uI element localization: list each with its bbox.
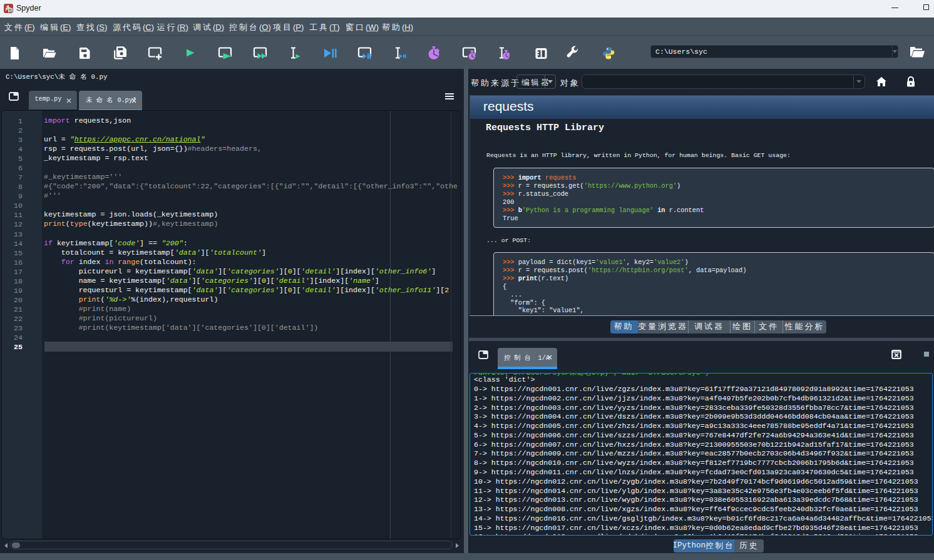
svg-text:S: S — [8, 8, 12, 14]
